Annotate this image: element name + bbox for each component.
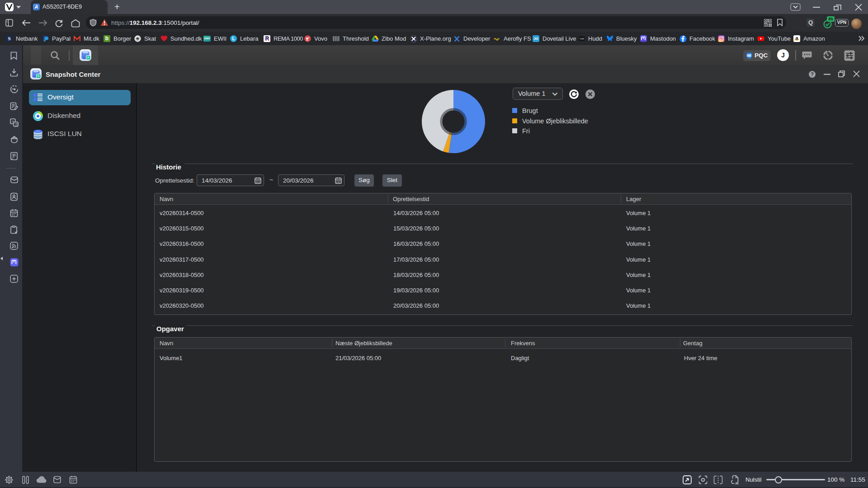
svg-text:文: 文 bbox=[15, 122, 19, 127]
